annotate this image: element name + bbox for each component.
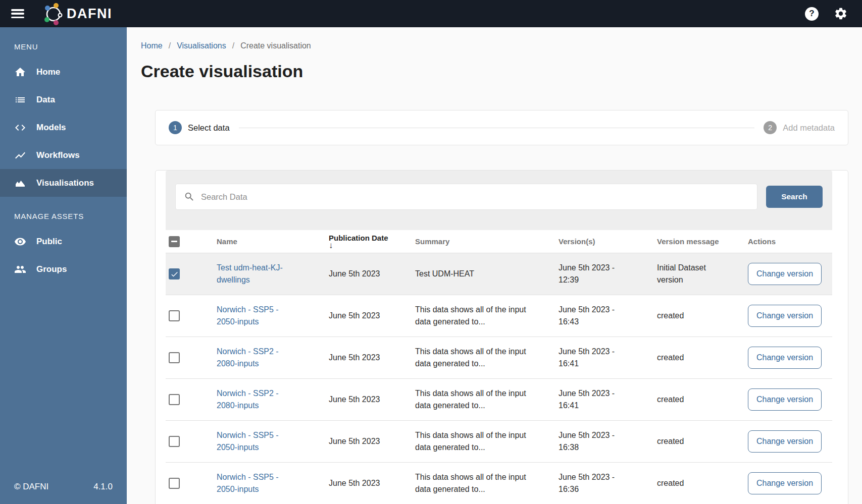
dataset-name-link[interactable]: Norwich - SSP2 - 2080-inputs bbox=[217, 346, 298, 370]
change-version-button[interactable]: Change version bbox=[748, 263, 822, 285]
row-checkbox[interactable] bbox=[169, 352, 180, 363]
dataset-name-link[interactable]: Test udm-heat-KJ-dwellings bbox=[217, 262, 298, 286]
code-icon bbox=[14, 122, 26, 134]
row-checkbox[interactable] bbox=[169, 478, 180, 489]
column-header-actions: Actions bbox=[740, 237, 832, 246]
app-version: 4.1.0 bbox=[93, 482, 113, 492]
table-row: Norwich - SSP2 - 2080-inputs June 5th 20… bbox=[166, 337, 832, 379]
copyright-text: © DAFNI bbox=[14, 482, 48, 492]
summary-value: This data shows all of the input data ge… bbox=[415, 471, 542, 495]
dataset-name-link[interactable]: Norwich - SSP5 - 2050-inputs bbox=[217, 304, 298, 328]
version-value: June 5th 2023 - 16:38 bbox=[559, 429, 624, 454]
menu-toggle-icon[interactable] bbox=[11, 8, 26, 19]
column-header-name[interactable]: Name bbox=[208, 237, 321, 246]
help-icon[interactable]: ? bbox=[805, 7, 819, 21]
manage-assets-section-label: MANAGE ASSETS bbox=[0, 197, 127, 228]
publication-date-value: June 5th 2023 bbox=[321, 435, 407, 447]
dataset-name-link[interactable]: Norwich - SSP2 - 2080-inputs bbox=[217, 387, 298, 412]
dafni-logo-icon bbox=[41, 2, 66, 26]
sidebar-item-data[interactable]: Data bbox=[0, 86, 127, 114]
publication-date-value: June 5th 2023 bbox=[321, 394, 407, 406]
sidebar-item-visualisations[interactable]: Visualisations bbox=[0, 169, 127, 197]
breadcrumb-link-home[interactable]: Home bbox=[141, 41, 163, 50]
row-checkbox[interactable] bbox=[169, 310, 180, 321]
main-content: Home / Visualisations / Create visualisa… bbox=[127, 27, 862, 504]
summary-value: This data shows all of the input data ge… bbox=[415, 346, 542, 370]
menu-section-label: MENU bbox=[0, 27, 127, 58]
summary-value: This data shows all of the input data ge… bbox=[415, 429, 542, 454]
change-version-button[interactable]: Change version bbox=[748, 472, 822, 494]
sidebar-item-models[interactable]: Models bbox=[0, 114, 127, 141]
dafni-logo[interactable]: DAFNI bbox=[41, 2, 112, 26]
people-icon bbox=[14, 263, 26, 275]
sidebar-item-home[interactable]: Home bbox=[0, 58, 127, 86]
breadcrumb-separator: / bbox=[232, 41, 234, 50]
version-value: June 5th 2023 - 12:39 bbox=[559, 262, 624, 286]
select-all-checkbox[interactable] bbox=[169, 236, 180, 247]
brand-name: DAFNI bbox=[67, 6, 112, 22]
version-message-value: created bbox=[657, 477, 684, 489]
search-field bbox=[175, 184, 757, 210]
row-checkbox[interactable] bbox=[169, 394, 180, 405]
column-header-version-message[interactable]: Version message bbox=[652, 237, 740, 246]
stepper-connector bbox=[239, 128, 755, 128]
column-header-publication-date[interactable]: Publication Date ↓ bbox=[321, 234, 407, 249]
line-chart-icon bbox=[14, 149, 26, 161]
search-button[interactable]: Search bbox=[766, 186, 823, 208]
summary-value: This data shows all of the input data ge… bbox=[415, 304, 542, 328]
version-value: June 5th 2023 - 16:36 bbox=[559, 471, 624, 495]
area-chart-icon bbox=[14, 177, 26, 189]
version-value: June 5th 2023 - 16:43 bbox=[559, 304, 624, 328]
table-row: Test udm-heat-KJ-dwellings June 5th 2023… bbox=[166, 253, 832, 295]
sidebar: MENU Home Data Models Workflows Visualis… bbox=[0, 27, 127, 504]
home-icon bbox=[14, 66, 26, 78]
breadcrumb-separator: / bbox=[169, 41, 171, 50]
sidebar-footer: © DAFNI 4.1.0 bbox=[14, 482, 113, 492]
publication-date-value: June 5th 2023 bbox=[321, 268, 407, 280]
table-row: Norwich - SSP2 - 2080-inputs June 5th 20… bbox=[166, 379, 832, 421]
column-header-versions[interactable]: Version(s) bbox=[553, 237, 652, 246]
list-icon bbox=[14, 94, 26, 106]
search-input[interactable] bbox=[201, 192, 749, 202]
change-version-button[interactable]: Change version bbox=[748, 347, 822, 369]
publication-date-value: June 5th 2023 bbox=[321, 477, 407, 489]
breadcrumb-current: Create visualisation bbox=[240, 41, 311, 50]
version-message-value: created bbox=[657, 394, 684, 406]
sidebar-item-groups[interactable]: Groups bbox=[0, 255, 127, 283]
breadcrumb: Home / Visualisations / Create visualisa… bbox=[141, 41, 311, 50]
summary-value: Test UDM-HEAT bbox=[415, 268, 474, 280]
change-version-button[interactable]: Change version bbox=[748, 305, 822, 327]
stepper: 1 Select data 2 Add metadata bbox=[155, 110, 848, 145]
step-add-metadata: 2 Add metadata bbox=[764, 121, 835, 134]
row-checkbox[interactable] bbox=[169, 436, 180, 447]
sidebar-item-workflows[interactable]: Workflows bbox=[0, 141, 127, 169]
publication-date-value: June 5th 2023 bbox=[321, 310, 407, 322]
table-body: Test udm-heat-KJ-dwellings June 5th 2023… bbox=[166, 253, 832, 504]
table-header-row: Name Publication Date ↓ Summary Version(… bbox=[166, 230, 832, 253]
settings-gear-icon[interactable] bbox=[834, 7, 848, 21]
version-message-value: Initial Dataset version bbox=[657, 262, 717, 286]
eye-icon bbox=[14, 236, 26, 248]
step-number-badge: 1 bbox=[169, 121, 182, 134]
change-version-button[interactable]: Change version bbox=[748, 388, 822, 411]
column-header-summary[interactable]: Summary bbox=[407, 237, 553, 246]
dataset-name-link[interactable]: Norwich - SSP5 - 2050-inputs bbox=[217, 429, 298, 454]
version-message-value: created bbox=[657, 352, 684, 364]
version-value: June 5th 2023 - 16:41 bbox=[559, 346, 624, 370]
summary-value: This data shows all of the input data ge… bbox=[415, 387, 542, 412]
sidebar-item-public[interactable]: Public bbox=[0, 228, 127, 255]
version-message-value: created bbox=[657, 310, 684, 322]
publication-date-value: June 5th 2023 bbox=[321, 352, 407, 364]
page-title: Create visualisation bbox=[141, 62, 303, 81]
table-row: Norwich - SSP5 - 2050-inputs June 5th 20… bbox=[166, 421, 832, 463]
select-data-panel: Search Name Publication Date ↓ Summary V… bbox=[155, 170, 848, 504]
step-number-badge: 2 bbox=[764, 121, 777, 134]
change-version-button[interactable]: Change version bbox=[748, 430, 822, 453]
top-app-bar: DAFNI ? bbox=[0, 0, 862, 27]
version-message-value: created bbox=[657, 435, 684, 447]
sort-descending-icon: ↓ bbox=[329, 242, 407, 249]
row-checkbox[interactable] bbox=[169, 268, 180, 279]
breadcrumb-link-visualisations[interactable]: Visualisations bbox=[177, 41, 226, 50]
search-icon bbox=[184, 191, 195, 202]
dataset-name-link[interactable]: Norwich - SSP5 - 2050-inputs bbox=[217, 471, 298, 495]
